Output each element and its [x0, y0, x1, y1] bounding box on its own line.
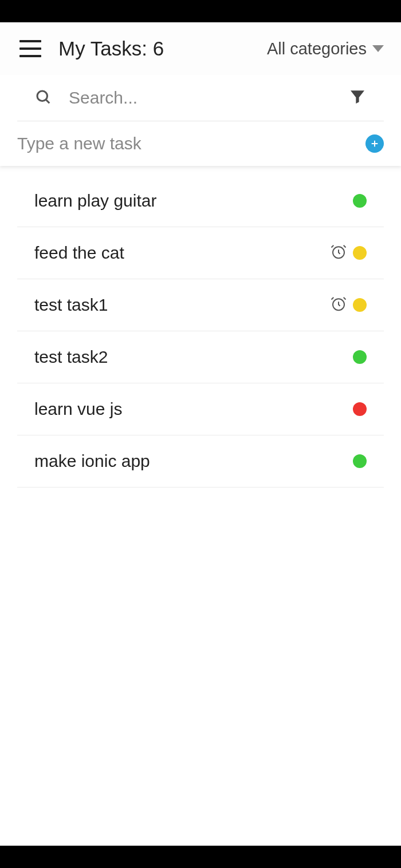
category-dot: [353, 194, 367, 208]
category-dot: [353, 298, 367, 312]
task-title: feed the cat: [34, 243, 330, 263]
category-dot: [353, 350, 367, 364]
task-item[interactable]: learn play guitar: [17, 172, 384, 227]
task-item[interactable]: test task1: [17, 279, 384, 331]
search-input[interactable]: [69, 88, 348, 108]
task-title: test task1: [34, 295, 330, 315]
task-title: test task2: [34, 347, 353, 367]
new-task-input[interactable]: [17, 134, 365, 153]
category-dropdown[interactable]: All categories: [267, 39, 384, 58]
category-dot: [353, 246, 367, 260]
task-title: learn vue js: [34, 399, 353, 419]
alarm-icon: [330, 243, 347, 263]
svg-point-0: [37, 91, 48, 101]
search-icon[interactable]: [34, 88, 52, 108]
new-task-row: [0, 121, 401, 166]
task-item[interactable]: test task2: [17, 331, 384, 383]
filter-icon[interactable]: [348, 88, 367, 108]
app-header: My Tasks: 6 All categories: [0, 22, 401, 75]
task-title: learn play guitar: [34, 191, 353, 211]
task-title: make ionic app: [34, 451, 353, 471]
task-item[interactable]: feed the cat: [17, 227, 384, 279]
task-item[interactable]: make ionic app: [17, 435, 384, 487]
task-item[interactable]: learn vue js: [17, 383, 384, 435]
category-dot: [353, 454, 367, 468]
search-row: [17, 75, 384, 121]
page-title: My Tasks: 6: [58, 37, 267, 60]
alarm-icon: [330, 295, 347, 315]
task-list: learn play guitarfeed the cattest task1t…: [0, 172, 401, 487]
add-task-button[interactable]: [365, 134, 384, 153]
category-label: All categories: [267, 39, 367, 58]
chevron-down-icon: [372, 45, 384, 52]
content-area: [0, 487, 401, 846]
menu-icon[interactable]: [19, 40, 41, 57]
svg-line-1: [46, 100, 49, 103]
category-dot: [353, 402, 367, 416]
